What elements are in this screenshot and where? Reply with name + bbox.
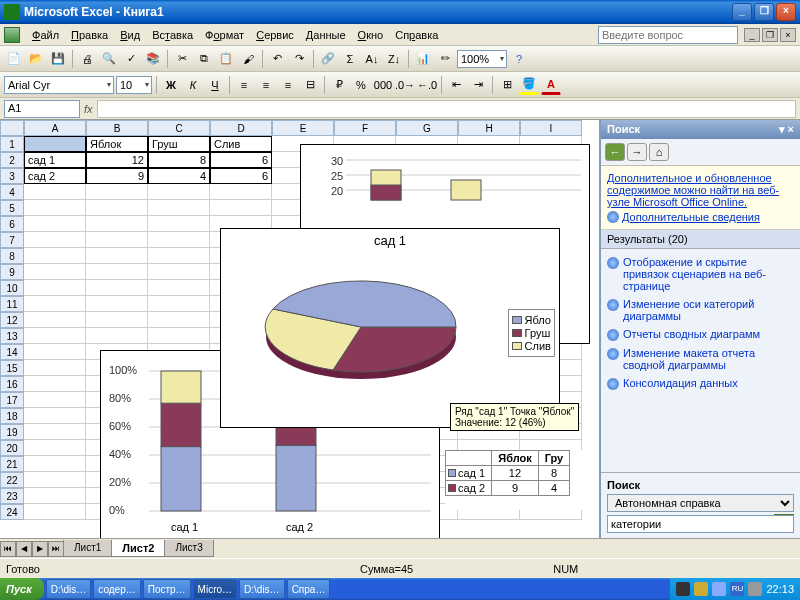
copy-button[interactable]: ⧉ (194, 49, 214, 69)
row-header[interactable]: 21 (0, 456, 24, 472)
fx-icon[interactable]: fx (84, 103, 93, 115)
percent-button[interactable]: % (351, 75, 371, 95)
row-header[interactable]: 7 (0, 232, 24, 248)
cell[interactable] (148, 296, 210, 312)
tab-next-button[interactable]: ▶ (32, 541, 48, 557)
new-button[interactable]: 📄 (4, 49, 24, 69)
cell[interactable] (24, 360, 86, 376)
menu-Данные[interactable]: Данные (300, 27, 352, 43)
cell[interactable] (24, 424, 86, 440)
chart-button[interactable]: 📊 (413, 49, 433, 69)
cell[interactable] (24, 472, 86, 488)
sheet-tab[interactable]: Лист3 (164, 540, 213, 557)
tab-last-button[interactable]: ⏭ (48, 541, 64, 557)
cell[interactable]: 6 (210, 168, 272, 184)
cell[interactable] (24, 456, 86, 472)
menu-Правка[interactable]: Правка (65, 27, 114, 43)
row-header[interactable]: 15 (0, 360, 24, 376)
help-button[interactable]: ? (509, 49, 529, 69)
cell[interactable] (24, 408, 86, 424)
cell[interactable] (148, 216, 210, 232)
promo-text[interactable]: Дополнительное и обновленное содержимое … (607, 172, 779, 208)
bold-button[interactable]: Ж (161, 75, 181, 95)
cell[interactable]: 8 (148, 152, 210, 168)
underline-button[interactable]: Ч (205, 75, 225, 95)
font-name-dropdown[interactable]: Arial Cyr (4, 76, 114, 94)
cell[interactable] (86, 312, 148, 328)
worksheet-area[interactable]: ABCDEFGHI1ЯблокГрушСлив2сад 112863сад 29… (0, 120, 600, 558)
row-header[interactable]: 23 (0, 488, 24, 504)
result-item[interactable]: Изменение оси категорий диаграммы (605, 295, 796, 325)
mdi-close[interactable]: × (780, 28, 796, 42)
cell[interactable] (24, 280, 86, 296)
cell[interactable] (86, 200, 148, 216)
cell[interactable] (86, 216, 148, 232)
preview-button[interactable]: 🔍 (99, 49, 119, 69)
search-scope-dropdown[interactable]: Автономная справка (607, 494, 794, 512)
nav-back-button[interactable]: ← (605, 143, 625, 161)
align-center-button[interactable]: ≡ (256, 75, 276, 95)
sheet-tab[interactable]: Лист1 (63, 540, 112, 557)
research-button[interactable]: 📚 (143, 49, 163, 69)
taskbar-button[interactable]: Постр… (143, 579, 191, 599)
row-header[interactable]: 24 (0, 504, 24, 520)
row-header[interactable]: 11 (0, 296, 24, 312)
cell[interactable]: Слив (210, 136, 272, 152)
row-header[interactable]: 16 (0, 376, 24, 392)
search-input[interactable] (607, 515, 794, 533)
cell[interactable] (24, 248, 86, 264)
cell[interactable]: сад 1 (24, 152, 86, 168)
cell[interactable] (24, 440, 86, 456)
cell[interactable] (24, 232, 86, 248)
row-header[interactable]: 20 (0, 440, 24, 456)
chart-pie[interactable]: сад 1 Ябло Груш Слив (220, 228, 560, 428)
row-header[interactable]: 14 (0, 344, 24, 360)
cell[interactable]: 12 (86, 152, 148, 168)
taskbar-button[interactable]: D:\dis… (239, 579, 285, 599)
col-header[interactable]: E (272, 120, 334, 136)
row-header[interactable]: 12 (0, 312, 24, 328)
row-header[interactable]: 3 (0, 168, 24, 184)
close-button[interactable]: × (776, 3, 796, 21)
align-right-button[interactable]: ≡ (278, 75, 298, 95)
hyperlink-button[interactable]: 🔗 (318, 49, 338, 69)
row-header[interactable]: 22 (0, 472, 24, 488)
col-header[interactable]: D (210, 120, 272, 136)
cell[interactable] (210, 184, 272, 200)
row-header[interactable]: 19 (0, 424, 24, 440)
cell[interactable]: Яблок (86, 136, 148, 152)
cell[interactable] (24, 184, 86, 200)
cell[interactable] (148, 264, 210, 280)
taskbar-button[interactable]: содер… (93, 579, 140, 599)
cell[interactable] (24, 488, 86, 504)
sort-desc-button[interactable]: Z↓ (384, 49, 404, 69)
dec-indent-button[interactable]: ⇤ (446, 75, 466, 95)
cell[interactable] (24, 136, 86, 152)
menu-Вид[interactable]: Вид (114, 27, 146, 43)
undo-button[interactable]: ↶ (267, 49, 287, 69)
col-header[interactable]: A (24, 120, 86, 136)
cell[interactable] (86, 280, 148, 296)
row-header[interactable]: 2 (0, 152, 24, 168)
row-header[interactable]: 6 (0, 216, 24, 232)
currency-button[interactable]: ₽ (329, 75, 349, 95)
tray-icon[interactable] (712, 582, 726, 596)
cell[interactable]: 4 (148, 168, 210, 184)
cell[interactable] (24, 504, 86, 520)
save-button[interactable]: 💾 (48, 49, 68, 69)
chart-data-table[interactable]: ЯблокГрусад 1128сад 294 (445, 450, 595, 510)
taskbar-button[interactable]: Micro… (193, 579, 237, 599)
cell[interactable] (148, 200, 210, 216)
formula-input[interactable] (97, 100, 796, 118)
row-header[interactable]: 17 (0, 392, 24, 408)
col-header[interactable]: H (458, 120, 520, 136)
tray-icon[interactable] (676, 582, 690, 596)
col-header[interactable]: G (396, 120, 458, 136)
cell[interactable] (148, 184, 210, 200)
col-header[interactable]: I (520, 120, 582, 136)
menu-Окно[interactable]: Окно (352, 27, 390, 43)
cell[interactable]: 6 (210, 152, 272, 168)
tray-icon[interactable] (748, 582, 762, 596)
cell[interactable] (86, 248, 148, 264)
sort-asc-button[interactable]: A↓ (362, 49, 382, 69)
